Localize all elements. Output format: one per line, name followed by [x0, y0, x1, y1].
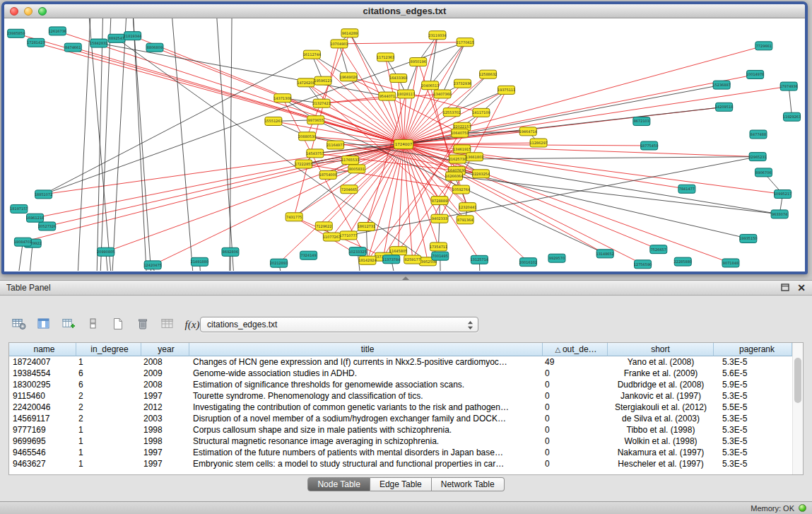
graph-node[interactable]: 18775459 [640, 141, 658, 150]
graph-node[interactable]: 8906706 [755, 168, 772, 177]
graph-node[interactable]: 18612731 [358, 223, 375, 231]
graph-edge[interactable] [339, 42, 465, 44]
graph-node[interactable]: 12756590 [634, 260, 652, 269]
graph-node[interactable]: 13461915 [453, 145, 471, 153]
graph-node[interactable]: 21164977 [326, 141, 344, 149]
graph-node[interactable]: 21770615 [457, 38, 474, 47]
graph-node[interactable]: 11712363 [377, 53, 394, 62]
graph-edge[interactable] [323, 81, 404, 144]
graph-node[interactable]: 8950196 [410, 58, 427, 66]
graph-node[interactable]: 12553702 [443, 108, 461, 117]
graph-edge[interactable] [307, 136, 780, 214]
graph-edge[interactable] [88, 18, 112, 271]
graph-node[interactable]: 7431775 [286, 213, 302, 221]
graph-node[interactable]: 7526657 [650, 245, 667, 254]
table-row[interactable]: 977716911998Corpus callosum shape and si… [9, 424, 792, 436]
graph-node[interactable]: 15551261 [264, 117, 282, 125]
graph-node[interactable]: 10592764 [452, 185, 470, 194]
column-header-pagerank[interactable]: pagerank [714, 343, 792, 356]
network-graph[interactable]: 1171236316433368180281178950196231193342… [4, 18, 805, 271]
graph-node[interactable]: 9973655 [307, 116, 324, 124]
graph-node[interactable]: 8259177 [404, 255, 421, 264]
table-row[interactable]: 1872400712008Changes of HCN gene express… [9, 356, 792, 368]
table-mode-button[interactable] [10, 316, 28, 333]
table-row[interactable]: 946362711997Embryonic stem cells: a mode… [9, 458, 792, 469]
graph-node[interactable]: 17974936 [779, 82, 797, 90]
graph-edge[interactable] [404, 144, 687, 189]
scrollbar-thumb[interactable] [794, 358, 801, 403]
graph-node[interactable]: 16266064 [445, 172, 463, 180]
graph-node[interactable]: 18142924 [358, 256, 376, 264]
graph-node[interactable]: 16112744 [303, 50, 321, 59]
graph-node[interactable]: 9544071 [379, 92, 396, 100]
graph-node[interactable]: 10995217 [774, 190, 792, 199]
graph-node[interactable]: 7204665 [341, 185, 358, 194]
graph-node[interactable]: 21327421 [312, 99, 330, 107]
network-window-titlebar[interactable]: citations_edges.txt [4, 4, 805, 18]
new-table-button[interactable] [109, 316, 127, 333]
column-header-name[interactable]: name [9, 343, 76, 356]
graph-node[interactable]: 16961218 [26, 214, 44, 222]
graph-edge[interactable] [348, 157, 758, 235]
graph-edge[interactable] [457, 171, 748, 239]
graph-node[interactable]: 19935150 [739, 234, 757, 243]
graph-node[interactable]: 8672103 [633, 117, 650, 126]
graph-node[interactable]: 20880530 [298, 132, 316, 141]
graph-node[interactable]: 1724007 [394, 140, 413, 149]
graph-node[interactable]: 8728889 [431, 197, 448, 205]
create-column-button[interactable] [59, 316, 78, 333]
graph-node[interactable]: 12320441 [459, 203, 476, 211]
graph-node[interactable]: 9633074 [771, 210, 788, 218]
graph-node[interactable]: 16433368 [389, 74, 407, 83]
graph-node[interactable]: 7324149 [300, 251, 317, 259]
graph-node[interactable]: 18851072 [35, 190, 52, 199]
graph-node[interactable]: 7729661 [755, 42, 772, 50]
column-header-short[interactable]: short [608, 343, 714, 356]
graph-edge[interactable] [171, 18, 194, 271]
import-table-button[interactable] [158, 316, 177, 333]
tab-edge-table[interactable]: Edge Table [370, 477, 432, 491]
graph-node[interactable]: 8474661 [64, 43, 81, 52]
graph-node[interactable]: 8692806 [222, 247, 239, 256]
graph-node[interactable]: 20527326 [38, 222, 56, 230]
graph-node[interactable]: 9614289 [341, 29, 358, 37]
table-row[interactable]: 1830029562008Estimation of significance … [9, 379, 792, 390]
show-columns-button[interactable] [35, 316, 53, 333]
graph-node[interactable]: 18754000 [319, 170, 336, 179]
graph-node[interactable]: 10640759 [451, 129, 469, 137]
graph-node[interactable]: 21491880 [191, 257, 208, 266]
graph-edge[interactable] [100, 18, 111, 271]
graph-node[interactable]: 12420475 [143, 261, 161, 269]
table-row[interactable]: 1938455462009Genome-wide association stu… [9, 368, 792, 379]
table-row[interactable]: 969969511998Structural magnetic resonanc… [9, 436, 792, 447]
table-row[interactable]: 911546021997Tourette syndrome. Phenomeno… [9, 390, 792, 402]
graph-node[interactable]: 15842831 [90, 39, 107, 47]
graph-node[interactable]: 13407360 [433, 90, 451, 98]
graph-node[interactable]: 7129622 [315, 222, 332, 230]
tab-node-table[interactable]: Node Table [307, 477, 370, 491]
graph-edge[interactable] [348, 77, 459, 133]
graph-node[interactable]: 9929570 [548, 254, 565, 262]
graph-edge[interactable] [112, 18, 127, 271]
table-source-select[interactable]: citations_edges.txt [200, 317, 478, 332]
function-builder-button[interactable]: f(x) [183, 316, 201, 333]
graph-node[interactable]: 19649026 [340, 73, 358, 81]
graph-node[interactable]: 13661801 [466, 153, 483, 161]
graph-node[interactable]: 8892543 [108, 34, 125, 42]
graph-node[interactable]: 19464714 [519, 127, 537, 136]
graph-edge[interactable] [133, 36, 404, 144]
graph-node[interactable]: 20990805 [97, 247, 114, 256]
graph-node[interactable]: 17281423 [27, 38, 45, 47]
table-row[interactable]: 946554611997Estimation of the future num… [9, 447, 792, 458]
graph-node[interactable]: 7001495 [432, 252, 449, 260]
row-tool-button[interactable] [84, 316, 102, 333]
graph-node[interactable]: 11286297 [529, 139, 547, 147]
graph-node[interactable]: 23985859 [7, 29, 25, 37]
table-row[interactable]: 2242004622012Investigating the contribut… [9, 402, 792, 413]
graph-node[interactable]: 10704901 [330, 40, 348, 48]
graph-node[interactable]: 11373784 [382, 255, 400, 264]
graph-node[interactable]: 9071848 [722, 259, 739, 267]
graph-node[interactable]: 14209518 [715, 103, 733, 111]
graph-node[interactable]: 13148652 [596, 250, 613, 258]
graph-node[interactable]: 20212893 [270, 259, 288, 267]
